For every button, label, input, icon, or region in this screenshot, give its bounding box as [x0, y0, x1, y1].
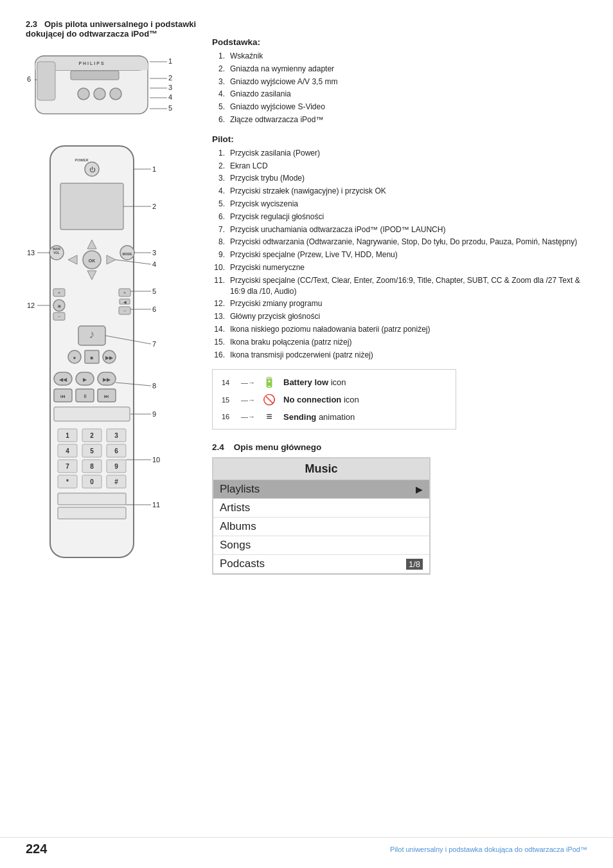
icon-row-battery: 14 —→ 🔋 Battery low icon [222, 376, 447, 388]
svg-text:−: − [123, 309, 126, 313]
svg-text:5: 5 [90, 448, 94, 455]
remote-svg: POWER ⏻ MAIN VOL MODE [26, 145, 180, 575]
svg-text:9: 9 [114, 463, 118, 470]
svg-text:8: 8 [152, 382, 156, 390]
dock-list: 1. Wskaźnik 2. Gniazda na wymienny adapt… [212, 51, 587, 125]
section-title: Opis pilota uniwersalnego i podstawki do… [26, 19, 196, 39]
svg-text:▶▶: ▶▶ [103, 377, 111, 383]
svg-text:+: + [123, 291, 126, 295]
arrow-icon: —→ [241, 379, 255, 386]
list-item: 16. Ikona transmisji podczerwieni (patrz… [212, 350, 587, 361]
menu-page-indicator: 1/8 [406, 559, 423, 570]
svg-text:⏮: ⏮ [60, 393, 66, 399]
list-item: 3. Gniazdo wyjściowe A/V 3,5 mm [212, 77, 587, 87]
menu-item-playlists: Playlists ▶ [213, 480, 429, 499]
list-item: 10. Przyciski numeryczne [212, 262, 587, 273]
list-item: 11. Przyciski specjalne (CC/Text, Clear,… [212, 275, 587, 297]
svg-text:9: 9 [152, 410, 156, 418]
dock-description-section: Podstawka: 1. Wskaźnik 2. Gniazda na wym… [212, 37, 587, 125]
section-2-4-title: Opis menu głównego [234, 442, 322, 452]
page: 2.3 Opis pilota uniwersalnego i podstawk… [0, 0, 613, 595]
svg-text:8: 8 [90, 463, 94, 470]
svg-text:10: 10 [152, 456, 160, 464]
svg-text:OK: OK [89, 258, 96, 263]
list-item: 6. Złącze odtwarzacza iPod™ [212, 114, 587, 125]
svg-text:5: 5 [152, 287, 156, 295]
svg-text:▶▶: ▶▶ [105, 355, 114, 361]
svg-text:◀: ◀ [123, 300, 127, 304]
section-2-4-number: 2.4 [212, 442, 224, 452]
svg-text:⏸: ⏸ [82, 393, 87, 399]
dock-svg: PHILIPS 1 2 3 4 [26, 46, 180, 133]
section-2-4: 2.4 Opis menu głównego Music Playlists ▶… [212, 442, 587, 575]
no-connection-label: No connection icon [283, 395, 359, 404]
menu-item-albums: Albums [213, 518, 429, 536]
svg-text:4: 4 [152, 260, 156, 268]
arrow-icon: —→ [241, 413, 255, 420]
svg-text:−: − [58, 314, 60, 319]
dock-illustration: PHILIPS 1 2 3 4 [26, 46, 180, 133]
svg-rect-4 [37, 62, 55, 100]
svg-point-8 [110, 88, 121, 100]
list-item: 12. Przyciski zmiany programu [212, 298, 587, 309]
svg-rect-69 [54, 407, 130, 421]
svg-text:MAIN: MAIN [53, 248, 60, 251]
menu-item-label: Albums [220, 520, 256, 533]
no-connection-icon: 🚫 [262, 393, 277, 406]
svg-text:VOL: VOL [53, 251, 60, 255]
footer: 224 Pilot uniwersalny i podstawka dokują… [0, 837, 613, 856]
svg-rect-95 [58, 507, 126, 519]
list-item: 9. Przyciski specjalne (Przew, Live TV, … [212, 249, 587, 260]
svg-text:⋇: ⋇ [57, 303, 62, 309]
svg-text:*: * [66, 478, 69, 485]
remote-description-section: Pilot: 1. Przycisk zasilania (Power) 2. … [212, 134, 587, 361]
svg-text:11: 11 [152, 501, 160, 509]
svg-rect-5 [71, 71, 119, 80]
icons-reference-box: 14 —→ 🔋 Battery low icon 15 —→ 🚫 No conn… [212, 369, 456, 429]
menu-item-podcasts: Podcasts 1/8 [213, 555, 429, 574]
svg-text:7: 7 [152, 340, 156, 348]
svg-text:■: ■ [91, 355, 94, 361]
svg-point-7 [94, 88, 105, 100]
icon-num-15: 15 [222, 396, 235, 404]
remote-section-title: Pilot: [212, 134, 587, 144]
section-2-3-header: 2.3 Opis pilota uniwersalnego i podstawk… [26, 19, 199, 39]
svg-text:4: 4 [168, 93, 172, 101]
svg-text:6: 6 [152, 305, 156, 313]
list-item: 4. Gniazdo zasilania [212, 89, 587, 100]
icon-num-16: 16 [222, 413, 235, 420]
svg-text:⏻: ⏻ [89, 167, 96, 173]
menu-screenshot: Music Playlists ▶ Artists Albums Songs [212, 457, 431, 575]
list-item: 14. Ikona niskiego poziomu naładowania b… [212, 324, 587, 335]
list-item: 1. Przycisk zasilania (Power) [212, 148, 587, 159]
menu-item-label: Artists [220, 502, 250, 514]
section-number: 2.3 [26, 19, 37, 29]
section-2-4-header: 2.4 Opis menu głównego [212, 442, 587, 452]
svg-text:13: 13 [27, 249, 35, 257]
menu-item-artists: Artists [213, 499, 429, 518]
svg-text:3: 3 [114, 432, 118, 439]
svg-text:#: # [114, 478, 118, 485]
svg-text:PHILIPS: PHILIPS [78, 61, 105, 66]
menu-item-label: Songs [220, 539, 251, 552]
svg-text:3: 3 [168, 84, 172, 91]
list-item: 15. Ikona braku połączenia (patrz niżej) [212, 337, 587, 348]
battery-low-icon: 🔋 [262, 376, 277, 388]
svg-text:3: 3 [152, 249, 156, 257]
icon-row-sending: 16 —→ ≡ Sending animation [222, 411, 447, 422]
list-item: 13. Główny przycisk głośności [212, 311, 587, 322]
arrow-icon: —→ [241, 396, 255, 404]
icon-row-no-connection: 15 —→ 🚫 No connection icon [222, 393, 447, 406]
list-item: 1. Wskaźnik [212, 51, 587, 62]
list-item: 8. Przyciski odtwarzania (Odtwarzanie, N… [212, 237, 587, 248]
svg-text:POWER: POWER [75, 158, 89, 162]
remote-illustration: POWER ⏻ MAIN VOL MODE [26, 145, 180, 575]
svg-text:6: 6 [114, 448, 118, 455]
battery-low-label: Battery low icon [283, 377, 346, 387]
list-item: 5. Gniazdo wyjściowe S-Video [212, 102, 587, 113]
right-descriptions: Podstawka: 1. Wskaźnik 2. Gniazda na wym… [212, 19, 587, 575]
footer-text: Pilot uniwersalny i podstawka dokująca d… [390, 845, 587, 853]
icon-num-14: 14 [222, 379, 235, 386]
top-section: 2.3 Opis pilota uniwersalnego i podstawk… [26, 19, 587, 575]
remote-list: 1. Przycisk zasilania (Power) 2. Ekran L… [212, 148, 587, 361]
